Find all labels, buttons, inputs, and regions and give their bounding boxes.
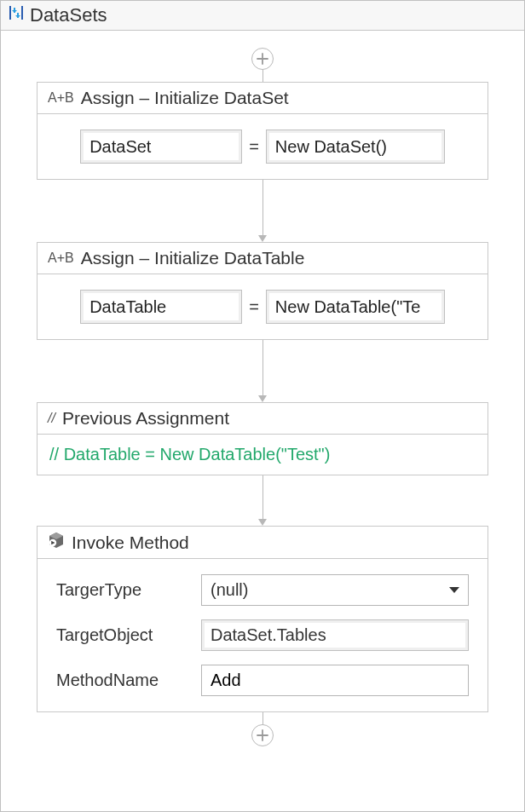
activity-header[interactable]: A+B Assign – Initialize DataTable	[38, 243, 488, 274]
assign-icon: A+B	[48, 251, 74, 266]
svg-marker-1	[15, 15, 20, 18]
svg-marker-0	[12, 10, 17, 13]
target-type-label: TargerType	[56, 580, 188, 600]
connector	[258, 475, 267, 526]
activity-header[interactable]: Invoke Method	[38, 527, 488, 559]
equals-sign: =	[249, 297, 259, 317]
activity-title: Assign – Initialize DataSet	[81, 88, 289, 108]
connector	[262, 70, 263, 82]
assign-value-field[interactable]: New DataSet()	[266, 130, 445, 164]
connector	[262, 712, 263, 724]
connector	[258, 340, 267, 402]
method-name-field[interactable]	[201, 665, 469, 696]
comment-text: // DataTable = New DataTable("Test")	[38, 435, 488, 475]
assign-to-field[interactable]: DataSet	[80, 130, 242, 164]
activity-header[interactable]: A+B Assign – Initialize DataSet	[38, 83, 488, 114]
add-activity-top-button[interactable]	[251, 48, 274, 70]
sequence-icon	[8, 4, 25, 26]
comment-activity[interactable]: // Previous Assignment // DataTable = Ne…	[37, 402, 488, 475]
target-type-dropdown[interactable]: (null)	[201, 574, 469, 606]
chevron-down-icon	[449, 587, 459, 593]
activity-header[interactable]: // Previous Assignment	[38, 403, 488, 435]
assign-to-field[interactable]: DataTable	[80, 290, 242, 324]
invoke-method-activity[interactable]: Invoke Method TargerType (null) TargetOb…	[37, 526, 488, 712]
assign-activity-initialize-datatable[interactable]: A+B Assign – Initialize DataTable DataTa…	[37, 242, 488, 340]
sequence-body: A+B Assign – Initialize DataSet DataSet …	[1, 31, 524, 811]
assign-value-field[interactable]: New DataTable("Te	[266, 290, 445, 324]
assign-icon: A+B	[48, 90, 74, 106]
equals-sign: =	[249, 137, 259, 157]
activity-title: Assign – Initialize DataTable	[81, 248, 305, 268]
target-type-value: (null)	[211, 580, 248, 600]
comment-icon: //	[48, 411, 55, 426]
activity-title: Previous Assignment	[62, 408, 229, 429]
window-title: DataSets	[30, 4, 107, 26]
method-name-label: MethodName	[56, 671, 188, 690]
window-header[interactable]: DataSets	[1, 1, 524, 31]
target-object-label: TargetObject	[56, 625, 188, 645]
target-object-field[interactable]: DataSet.Tables	[201, 619, 469, 651]
invoke-method-icon	[48, 532, 65, 553]
assign-activity-initialize-dataset[interactable]: A+B Assign – Initialize DataSet DataSet …	[37, 82, 488, 180]
connector	[258, 180, 267, 242]
sequence-window: DataSets A+B Assign – Initialize DataSet…	[0, 0, 525, 812]
add-activity-bottom-button[interactable]	[251, 724, 274, 746]
activity-title: Invoke Method	[72, 533, 189, 553]
